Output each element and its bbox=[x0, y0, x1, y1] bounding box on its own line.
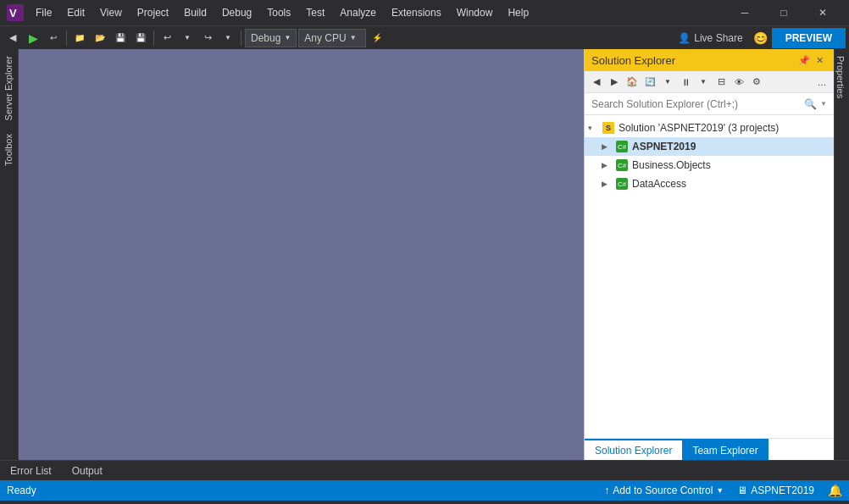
se-home-button[interactable]: 🏠 bbox=[624, 74, 641, 91]
live-share-icon: 👤 bbox=[678, 32, 691, 44]
tb-undo-dropdown[interactable]: ▼ bbox=[178, 29, 197, 47]
expand-icon-business-objects: ▶ bbox=[602, 161, 615, 169]
close-button[interactable]: ✕ bbox=[803, 0, 842, 25]
se-tab-team-explorer[interactable]: Team Explorer bbox=[682, 439, 768, 460]
tree-item-solution[interactable]: ▾ S Solution 'ASPNET2019' (3 projects) bbox=[585, 119, 834, 137]
menu-debug[interactable]: Debug bbox=[215, 3, 258, 22]
menu-view[interactable]: View bbox=[93, 3, 129, 22]
back-button[interactable]: ◀ bbox=[3, 29, 22, 47]
cpu-dropdown-icon: ▼ bbox=[350, 34, 357, 42]
se-tab-solution-explorer[interactable]: Solution Explorer bbox=[585, 439, 682, 460]
tb-open[interactable]: 📂 bbox=[91, 29, 109, 47]
se-search-options[interactable]: ▼ bbox=[820, 100, 827, 108]
tree-item-dataaccess[interactable]: ▶ C# DataAccess bbox=[585, 174, 834, 193]
se-search-bar: 🔍 ▼ bbox=[585, 93, 834, 115]
menu-help[interactable]: Help bbox=[501, 3, 535, 22]
project-icon-dataaccess: C# bbox=[615, 177, 629, 191]
server-explorer-tab[interactable]: Server Explorer bbox=[0, 49, 18, 127]
minimize-button[interactable]: ─ bbox=[725, 0, 764, 25]
expand-icon-aspnet2019: ▶ bbox=[602, 142, 615, 151]
tb-save-all[interactable]: 💾 bbox=[131, 29, 150, 47]
main-area: Server Explorer Toolbox Solution Explore… bbox=[0, 49, 849, 460]
se-properties-button[interactable]: ⚙ bbox=[748, 74, 765, 91]
menu-extensions[interactable]: Extensions bbox=[385, 3, 448, 22]
notification-bell[interactable]: 🔔 bbox=[828, 484, 842, 497]
window-controls: ─ □ ✕ bbox=[725, 0, 842, 25]
right-sidebar: Properties bbox=[834, 49, 849, 460]
se-collapse-button[interactable]: ⊟ bbox=[713, 74, 730, 91]
bottom-tabs: Error List Output bbox=[0, 460, 849, 480]
properties-tab[interactable]: Properties bbox=[835, 49, 849, 105]
live-share-button[interactable]: 👤 Live Share bbox=[671, 30, 749, 47]
se-sync-dropdown[interactable]: ▼ bbox=[659, 74, 676, 91]
tb-sep-3 bbox=[241, 30, 241, 46]
debug-dropdown-icon: ▼ bbox=[284, 34, 291, 42]
project-icon-business-objects: C# bbox=[615, 158, 629, 172]
aspnet2019-label: ASPNET2019 bbox=[632, 141, 696, 152]
se-more-button[interactable]: … bbox=[813, 74, 830, 91]
title-bar: V File Edit View Project Build Debug Too… bbox=[0, 0, 849, 25]
preview-button[interactable]: PREVIEW bbox=[772, 28, 846, 48]
menu-tools[interactable]: Tools bbox=[260, 3, 297, 22]
menu-test[interactable]: Test bbox=[299, 3, 331, 22]
tb-undo[interactable]: ↩ bbox=[158, 29, 176, 47]
error-list-tab[interactable]: Error List bbox=[0, 462, 62, 480]
solution-icon: S bbox=[602, 121, 615, 135]
se-back-button[interactable]: ◀ bbox=[588, 74, 605, 91]
tb-new-proj[interactable]: 📁 bbox=[70, 29, 89, 47]
se-forward-button[interactable]: ▶ bbox=[606, 74, 623, 91]
feedback-button[interactable]: 😊 bbox=[752, 29, 770, 47]
tb-sep-1 bbox=[66, 30, 67, 46]
upload-icon: ↑ bbox=[604, 485, 609, 496]
menu-project[interactable]: Project bbox=[130, 3, 175, 22]
tb-redo[interactable]: ↪ bbox=[198, 29, 217, 47]
menu-analyze[interactable]: Analyze bbox=[333, 3, 383, 22]
se-pin-button[interactable]: 📌 bbox=[796, 53, 812, 68]
tb-save[interactable]: 💾 bbox=[111, 29, 130, 47]
toolbox-tab[interactable]: Toolbox bbox=[0, 127, 18, 173]
dataaccess-label: DataAccess bbox=[632, 178, 686, 190]
se-show-all-button[interactable]: 👁 bbox=[730, 74, 747, 91]
business-objects-label: Business.Objects bbox=[632, 159, 711, 171]
menu-build[interactable]: Build bbox=[177, 3, 214, 22]
tb-extra-button[interactable]: ⚡ bbox=[368, 29, 386, 47]
project-status-icon: 🖥 bbox=[737, 485, 747, 496]
menu-window[interactable]: Window bbox=[450, 3, 500, 22]
se-close-button[interactable]: ✕ bbox=[812, 53, 827, 68]
tree-item-aspnet2019[interactable]: ▶ C# ASPNET2019 bbox=[585, 137, 834, 156]
solution-explorer-panel: Solution Explorer 📌 ✕ ◀ ▶ 🏠 🔄 ▼ ⏸ ▼ ⊟ 👁 … bbox=[584, 49, 834, 460]
tb-sep-2 bbox=[153, 30, 154, 46]
status-bar: Ready ↑ Add to Source Control ▼ 🖥 ASPNET… bbox=[0, 480, 849, 501]
svg-text:V: V bbox=[9, 7, 17, 19]
expand-icon-dataaccess: ▶ bbox=[602, 180, 615, 188]
project-icon-aspnet2019: C# bbox=[615, 140, 629, 153]
editor-area[interactable] bbox=[19, 49, 584, 460]
maximize-button[interactable]: □ bbox=[764, 0, 803, 25]
solution-label: Solution 'ASPNET2019' (3 projects) bbox=[619, 122, 779, 134]
status-source-control[interactable]: ↑ Add to Source Control ▼ bbox=[604, 485, 724, 496]
tb-redo-dropdown[interactable]: ▼ bbox=[219, 29, 237, 47]
output-tab[interactable]: Output bbox=[62, 462, 113, 480]
source-control-dropdown-icon: ▼ bbox=[716, 486, 724, 495]
tree-item-business-objects[interactable]: ▶ C# Business.Objects bbox=[585, 156, 834, 174]
menu-file[interactable]: File bbox=[29, 3, 58, 22]
se-filter-dropdown[interactable]: ▼ bbox=[695, 74, 712, 91]
toolbar: ◀ ▶ ↩ 📁 📂 💾 💾 ↩ ▼ ↪ ▼ Debug ▼ Any CPU ▼ … bbox=[0, 25, 849, 49]
se-title: Solution Explorer bbox=[591, 54, 796, 67]
se-toolbar: ◀ ▶ 🏠 🔄 ▼ ⏸ ▼ ⊟ 👁 ⚙ … bbox=[585, 71, 834, 93]
menu-bar: File Edit View Project Build Debug Tools… bbox=[29, 3, 725, 22]
tb-run-button[interactable]: ▶ bbox=[24, 29, 42, 47]
expand-icon-solution: ▾ bbox=[588, 124, 602, 132]
se-filter-button[interactable]: ⏸ bbox=[677, 74, 694, 91]
status-project[interactable]: 🖥 ASPNET2019 bbox=[737, 485, 814, 496]
se-tree: ▾ S Solution 'ASPNET2019' (3 projects) ▶… bbox=[585, 115, 834, 438]
se-search-input[interactable] bbox=[591, 98, 801, 110]
se-search-icon: 🔍 bbox=[804, 98, 817, 110]
se-bottom-tabs: Solution Explorer Team Explorer bbox=[585, 438, 834, 460]
debug-config-dropdown[interactable]: Debug ▼ bbox=[245, 29, 297, 47]
cpu-config-dropdown[interactable]: Any CPU ▼ bbox=[298, 29, 366, 47]
vs-logo-icon: V bbox=[7, 4, 24, 21]
menu-edit[interactable]: Edit bbox=[60, 3, 92, 22]
tb-nav-button[interactable]: ↩ bbox=[44, 29, 63, 47]
se-sync-button[interactable]: 🔄 bbox=[641, 74, 658, 91]
